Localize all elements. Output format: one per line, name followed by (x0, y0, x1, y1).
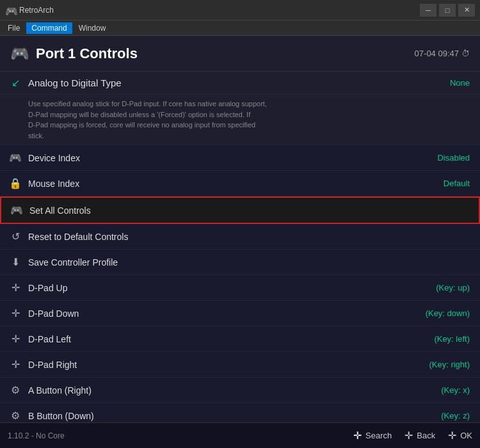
content-area[interactable]: ↙ Analog to Digital Type None Use specif… (0, 72, 480, 422)
b-button-label: B Button (Down) (28, 411, 441, 421)
app-title: RetroArch (19, 6, 54, 15)
b-button-icon: ⚙ (8, 410, 23, 422)
b-button-value: (Key: z) (441, 411, 470, 420)
datetime-text: 07-04 09:47 (415, 49, 459, 58)
ok-icon: ✛ (448, 429, 456, 442)
bottom-bar: 1.10.2 - No Core ✛ Search ✛ Back ✛ OK (0, 422, 480, 448)
dpad-up-icon: ✛ (8, 282, 23, 294)
analog-description-row: Use specified analog stick for D-Pad inp… (0, 95, 480, 145)
dpad-left-value: (Key: left) (434, 334, 470, 344)
maximize-button[interactable]: □ (439, 4, 456, 17)
save-controller-icon: ⬇ (8, 256, 23, 268)
page-header-time: 07-04 09:47 ⏱ (415, 49, 470, 58)
ok-button[interactable]: ✛ OK (448, 429, 472, 442)
dpad-right-label: D-Pad Right (28, 360, 429, 370)
mouse-index-icon: 🔒 (8, 177, 23, 189)
analog-section-header[interactable]: ↙ Analog to Digital Type None (0, 72, 480, 95)
dpad-up-value: (Key: up) (436, 283, 470, 292)
reset-controls-row[interactable]: ↺ Reset to Default Controls (0, 224, 480, 250)
title-bar: 🎮 RetroArch ─ □ ✕ (0, 0, 480, 20)
b-button-row[interactable]: ⚙ B Button (Down) (Key: z) (0, 403, 480, 422)
set-all-controls-row[interactable]: 🎮 Set All Controls (0, 196, 480, 224)
menu-command[interactable]: Command (26, 22, 72, 34)
set-all-controls-icon: 🎮 (9, 204, 24, 216)
analog-description: Use specified analog stick for D-Pad inp… (28, 99, 267, 141)
back-icon: ✛ (404, 429, 413, 442)
dpad-right-icon: ✛ (8, 358, 23, 371)
device-index-icon: 🎮 (8, 152, 23, 164)
menu-file[interactable]: File (3, 22, 25, 34)
page-header-left: 🎮 Port 1 Controls (10, 45, 138, 63)
a-button-row[interactable]: ⚙ A Button (Right) (Key: x) (0, 378, 480, 403)
page-title: Port 1 Controls (36, 45, 138, 62)
dpad-up-label: D-Pad Up (28, 283, 436, 293)
set-all-controls-label: Set All Controls (29, 205, 468, 216)
save-controller-label: Save Controller Profile (28, 257, 470, 268)
analog-label: Analog to Digital Type (28, 77, 450, 88)
app-icon: 🎮 (5, 5, 15, 15)
search-label: Search (365, 431, 392, 440)
dpad-down-value: (Key: down) (426, 308, 470, 318)
reset-controls-label: Reset to Default Controls (28, 232, 470, 242)
page-header-icon: 🎮 (10, 45, 29, 63)
device-index-label: Device Index (28, 153, 437, 163)
mouse-index-label: Mouse Index (28, 179, 444, 189)
dpad-up-row[interactable]: ✛ D-Pad Up (Key: up) (0, 275, 480, 301)
close-button[interactable]: ✕ (458, 4, 475, 17)
ok-label: OK (460, 431, 472, 440)
mouse-index-row[interactable]: 🔒 Mouse Index Default (0, 171, 480, 196)
menu-bar: File Command Window (0, 20, 480, 36)
search-button[interactable]: ✛ Search (353, 429, 392, 442)
back-button[interactable]: ✛ Back (404, 429, 435, 442)
save-controller-row[interactable]: ⬇ Save Controller Profile (0, 250, 480, 275)
version-label: 1.10.2 - No Core (8, 431, 65, 440)
device-index-value: Disabled (437, 153, 470, 163)
bottom-controls: ✛ Search ✛ Back ✛ OK (353, 429, 472, 442)
back-label: Back (417, 431, 435, 440)
a-button-value: (Key: x) (441, 385, 470, 395)
minimize-button[interactable]: ─ (420, 4, 436, 17)
menu-window[interactable]: Window (74, 22, 111, 34)
window-controls: ─ □ ✕ (420, 4, 475, 17)
dpad-right-value: (Key: right) (429, 360, 470, 369)
dpad-left-label: D-Pad Left (28, 334, 434, 344)
page-header: 🎮 Port 1 Controls 07-04 09:47 ⏱ (0, 36, 480, 72)
dpad-down-icon: ✛ (8, 307, 23, 319)
title-bar-left: 🎮 RetroArch (5, 5, 54, 15)
analog-icon: ↙ (8, 77, 23, 89)
dpad-right-row[interactable]: ✛ D-Pad Right (Key: right) (0, 352, 480, 378)
analog-value: None (450, 78, 470, 88)
a-button-icon: ⚙ (8, 384, 23, 396)
clock-icon: ⏱ (461, 49, 470, 58)
reset-controls-icon: ↺ (8, 230, 23, 243)
dpad-down-row[interactable]: ✛ D-Pad Down (Key: down) (0, 301, 480, 326)
dpad-left-row[interactable]: ✛ D-Pad Left (Key: left) (0, 326, 480, 352)
a-button-label: A Button (Right) (28, 385, 441, 396)
mouse-index-value: Default (444, 179, 470, 188)
search-icon: ✛ (353, 429, 362, 442)
dpad-down-label: D-Pad Down (28, 308, 426, 319)
dpad-left-icon: ✛ (8, 333, 23, 345)
device-index-row[interactable]: 🎮 Device Index Disabled (0, 145, 480, 171)
